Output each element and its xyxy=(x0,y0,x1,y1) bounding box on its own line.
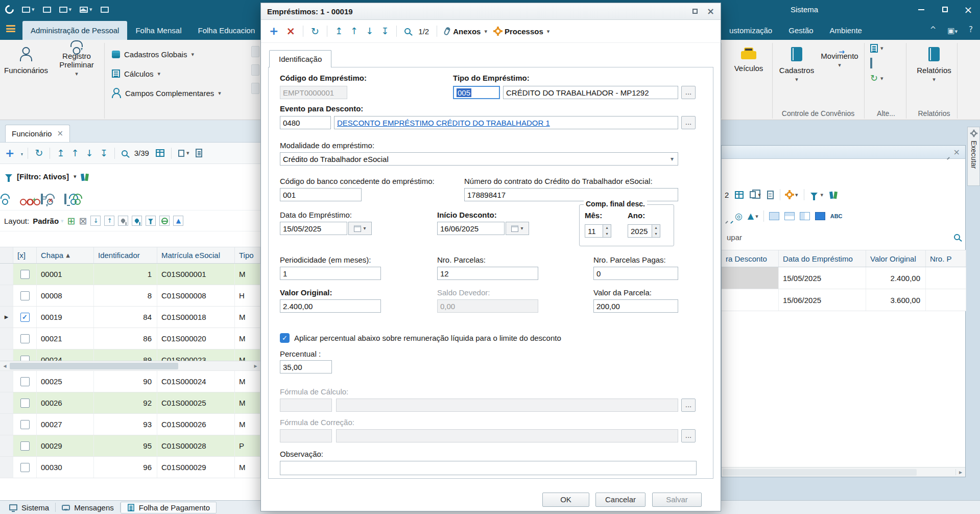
statusbar-item-sistema[interactable]: Sistema xyxy=(3,502,55,513)
add-record-button[interactable]: + xyxy=(5,148,14,159)
close-icon[interactable]: × xyxy=(57,130,63,137)
header-identificador[interactable]: Identificador xyxy=(94,247,157,263)
last-record-button[interactable]: ↧ xyxy=(381,27,389,36)
relatorios-button[interactable]: Relatórios ▾ xyxy=(912,41,956,82)
horizontal-scrollbar[interactable]: ▸ xyxy=(722,467,965,477)
evento-desconto-desc-field[interactable]: DESCONTO EMPRÉSTIMO CRÉDITO DO TRABALHAD… xyxy=(334,116,678,129)
header-select[interactable]: [x] xyxy=(13,247,37,263)
filter-menu-button[interactable]: ▾ xyxy=(810,190,823,200)
chart-menu-button[interactable]: ▲▾ xyxy=(748,212,758,220)
search-icon[interactable] xyxy=(122,150,128,156)
modalidade-combobox[interactable]: Crédito do Trabalhador eSocial ▾ xyxy=(280,152,678,166)
refresh-button[interactable]: ↻ xyxy=(35,148,43,158)
books-icon[interactable] xyxy=(81,173,90,181)
campos-complementares-button[interactable]: Campos Complementares ▾ xyxy=(108,84,225,102)
column-chooser-icon[interactable] xyxy=(735,191,744,199)
orgchart-menu-button[interactable]: ▾ xyxy=(22,7,35,13)
globe-icon[interactable] xyxy=(159,216,170,226)
column-chooser-icon[interactable] xyxy=(156,149,164,157)
tipo-emprestimo-lookup-button[interactable]: ... xyxy=(681,86,696,99)
header-valor-original[interactable]: Valor Original xyxy=(866,250,926,267)
next-record-button[interactable]: ↓ xyxy=(86,149,93,158)
document-edit-button[interactable] xyxy=(41,195,43,203)
copy-button[interactable] xyxy=(870,59,883,67)
tab-gestao[interactable]: Gestão xyxy=(780,21,821,40)
cadastros-globais-button[interactable]: Cadastros Globais ▾ xyxy=(108,45,225,63)
layout-selector[interactable]: Padrão▾ xyxy=(33,217,63,225)
scrollbar-thumb[interactable] xyxy=(10,363,178,369)
grid-button[interactable] xyxy=(101,7,109,13)
minimize-button[interactable] xyxy=(910,0,933,19)
view-split-horizontal-button[interactable] xyxy=(784,212,795,220)
header-nro-parcelas[interactable]: Nro. P xyxy=(926,250,966,267)
mes-spinner-field[interactable] xyxy=(585,224,603,238)
scroll-right-icon[interactable]: ▸ xyxy=(955,469,965,475)
tab-identificacao[interactable]: Identificação xyxy=(269,50,331,67)
chart-icon[interactable]: ▲ xyxy=(173,216,183,226)
cancelar-button[interactable]: Cancelar xyxy=(595,493,646,507)
funcionarios-button[interactable]: Funcionários xyxy=(3,41,49,119)
document-list-button[interactable]: ▾ xyxy=(870,44,883,53)
banco-field[interactable] xyxy=(280,188,362,201)
formula-calculo-lookup-button[interactable]: ... xyxy=(681,399,696,412)
data-emprestimo-field[interactable] xyxy=(280,222,347,235)
horizontal-scrollbar[interactable]: ◂ ▸ xyxy=(0,361,260,370)
monitor-card-button[interactable] xyxy=(64,195,66,203)
header-tipo[interactable]: Tipo xyxy=(235,247,260,263)
anexos-menu-button[interactable]: Anexos ▾ xyxy=(445,27,487,36)
layout-add-icon[interactable]: ⊞ xyxy=(67,216,76,226)
evento-desconto-lookup-button[interactable]: ... xyxy=(681,116,696,129)
home-menu-button[interactable]: ▾ xyxy=(80,7,92,13)
tipo-emprestimo-code-field[interactable]: 005 xyxy=(453,86,500,99)
table-row[interactable]: 00026 92 C01S000025 M xyxy=(0,392,260,414)
chevron-down-icon[interactable]: ▾ xyxy=(74,174,77,179)
table-row[interactable]: 00008 8 C01S000008 H xyxy=(0,285,260,307)
salvar-button[interactable]: Salvar xyxy=(652,493,702,507)
settings-menu-button[interactable]: ▾ xyxy=(786,192,798,198)
header-data-emprestimo[interactable]: Data do Empréstimo xyxy=(779,250,866,267)
mes-spinner-buttons[interactable]: ▴▾ xyxy=(603,224,611,238)
tipo-emprestimo-desc-field[interactable] xyxy=(503,86,678,99)
search-icon[interactable] xyxy=(404,28,411,34)
processos-menu-button[interactable]: Processos ▾ xyxy=(495,27,549,36)
help-icon[interactable]: ? xyxy=(969,26,973,35)
collapse-ribbon-icon[interactable]: ^ xyxy=(930,26,937,35)
target-icon[interactable]: ◎ xyxy=(735,212,743,221)
tab-folha-mensal[interactable]: Folha Mensal xyxy=(127,21,189,40)
tab-ambiente[interactable]: Ambiente xyxy=(822,21,870,40)
valor-parcela-field[interactable] xyxy=(593,299,678,313)
refresh-button[interactable]: ↻ xyxy=(311,27,319,36)
add-record-button[interactable]: + xyxy=(269,26,278,37)
filter-value[interactable]: [Filtro: Ativos] xyxy=(17,172,69,181)
row-checkbox[interactable] xyxy=(20,463,30,472)
export-button[interactable]: ▾ xyxy=(750,191,761,198)
view-split-vertical-button[interactable] xyxy=(800,212,810,220)
table-row[interactable]: 00030 96 C01S000029 M xyxy=(0,457,260,478)
scroll-right-icon[interactable]: ▸ xyxy=(251,363,260,369)
ano-spinner-buttons[interactable]: ▴▾ xyxy=(652,224,660,238)
main-menu-button[interactable] xyxy=(6,25,15,32)
table-row[interactable]: 00027 93 C01S000026 M xyxy=(0,414,260,435)
executar-side-tab[interactable]: Executar xyxy=(967,127,980,186)
table-row-selected[interactable]: 15/05/2025 2.400,00 xyxy=(722,267,966,289)
monitor-button[interactable] xyxy=(43,7,51,13)
parcelas-pagas-field[interactable] xyxy=(593,267,678,280)
cadastros-convenios-button[interactable]: Cadastros ▾ xyxy=(776,41,817,82)
previous-record-button[interactable]: ↑ xyxy=(350,27,358,36)
dialog-titlebar[interactable]: Empréstimos: 1 - 00019 × xyxy=(261,3,721,20)
movimento-button[interactable]: → Movimento ▾ xyxy=(819,41,860,68)
pin-gray-icon[interactable] xyxy=(118,216,128,226)
delete-record-button[interactable]: × xyxy=(286,26,295,37)
evento-desconto-link[interactable]: DESCONTO EMPRÉSTIMO CRÉDITO DO TRABALHAD… xyxy=(337,119,550,127)
report-icon[interactable] xyxy=(767,191,774,199)
registro-preliminar-button[interactable]: Registro Preliminar ▾ xyxy=(52,41,101,119)
row-checkbox[interactable] xyxy=(20,291,30,300)
import-up-icon[interactable]: ↑ xyxy=(104,216,114,226)
periodicidade-field[interactable] xyxy=(280,267,381,280)
tab-customizacao[interactable]: ustomização xyxy=(721,21,780,40)
first-record-button[interactable]: ↥ xyxy=(57,149,64,158)
calculos-button[interactable]: Cálculos ▾ xyxy=(108,64,225,83)
tab-administracao-de-pessoal[interactable]: Administração de Pessoal xyxy=(22,21,127,40)
observacao-field[interactable] xyxy=(280,461,697,475)
maximize-icon[interactable] xyxy=(692,9,698,14)
